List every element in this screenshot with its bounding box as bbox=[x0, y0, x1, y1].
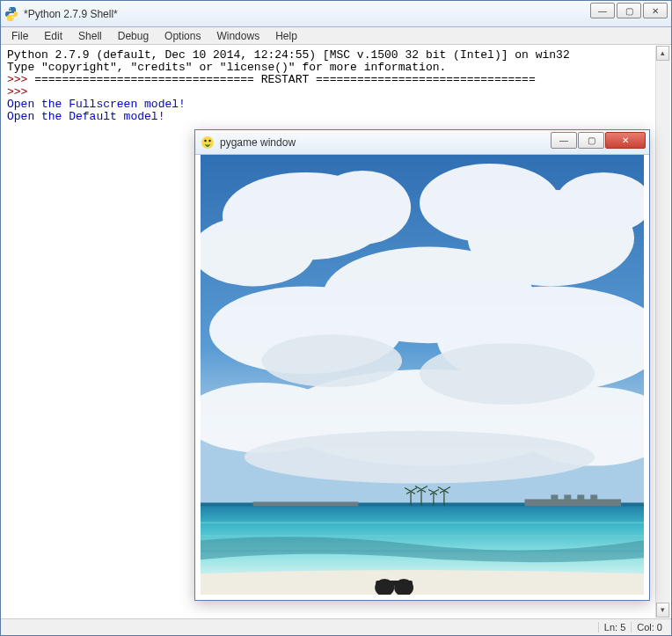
pygame-window-controls: — ▢ ✕ bbox=[551, 132, 646, 149]
vertical-scrollbar[interactable]: ▴ ▾ bbox=[655, 46, 670, 618]
menu-shell[interactable]: Shell bbox=[71, 28, 109, 44]
minimize-button[interactable]: — bbox=[590, 3, 615, 18]
svg-point-19 bbox=[420, 343, 595, 405]
svg-rect-39 bbox=[376, 581, 413, 586]
scroll-up-icon[interactable]: ▴ bbox=[656, 46, 669, 61]
menu-file[interactable]: File bbox=[4, 28, 35, 44]
statusbar: Ln: 5 Col: 0 bbox=[1, 618, 671, 635]
svg-point-8 bbox=[314, 171, 411, 245]
main-titlebar[interactable]: *Python 2.7.9 Shell* — ▢ ✕ bbox=[1, 1, 671, 27]
svg-rect-25 bbox=[551, 494, 558, 500]
restart-banner: ================================ RESTART… bbox=[34, 73, 536, 86]
beach-image bbox=[201, 155, 644, 595]
svg-rect-26 bbox=[564, 494, 571, 500]
svg-point-18 bbox=[262, 334, 402, 387]
prompt-1: >>> bbox=[7, 73, 34, 86]
pygame-title-text: pygame window bbox=[220, 136, 296, 149]
svg-rect-28 bbox=[590, 494, 597, 500]
svg-point-4 bbox=[208, 139, 210, 141]
version-line: Python 2.7.9 (default, Dec 10 2014, 12:2… bbox=[7, 48, 570, 62]
svg-point-3 bbox=[204, 139, 206, 141]
pygame-minimize-button[interactable]: — bbox=[551, 132, 577, 149]
svg-point-0 bbox=[10, 8, 11, 9]
close-button[interactable]: ✕ bbox=[643, 3, 668, 18]
svg-point-1 bbox=[12, 18, 13, 19]
info-line: Type "copyright", "credits" or "license(… bbox=[7, 61, 446, 74]
svg-rect-24 bbox=[525, 499, 622, 506]
output-line-1: Open the Fullscreen model! bbox=[7, 98, 186, 111]
status-col: Col: 0 bbox=[631, 622, 668, 632]
maximize-button[interactable]: ▢ bbox=[617, 3, 641, 18]
svg-rect-23 bbox=[253, 501, 359, 506]
output-line-2: Open the Default model! bbox=[7, 110, 164, 123]
menu-debug[interactable]: Debug bbox=[111, 28, 156, 44]
menu-edit[interactable]: Edit bbox=[37, 28, 69, 44]
python-shell-window: *Python 2.7.9 Shell* — ▢ ✕ File Edit She… bbox=[0, 0, 672, 636]
pygame-titlebar[interactable]: pygame window — ▢ ✕ bbox=[195, 130, 649, 155]
pygame-maximize-button[interactable]: ▢ bbox=[578, 132, 604, 149]
menu-windows[interactable]: Windows bbox=[209, 28, 267, 44]
main-title-text: *Python 2.7.9 Shell* bbox=[24, 8, 118, 20]
pygame-window[interactable]: pygame window — ▢ ✕ bbox=[194, 129, 650, 601]
prompt-2: >>> bbox=[7, 85, 34, 99]
pygame-close-button[interactable]: ✕ bbox=[605, 132, 646, 149]
pygame-icon bbox=[201, 135, 215, 150]
scroll-down-icon[interactable]: ▾ bbox=[656, 603, 669, 618]
menu-options[interactable]: Options bbox=[157, 28, 208, 44]
svg-rect-27 bbox=[577, 494, 584, 500]
svg-point-20 bbox=[245, 431, 595, 484]
pygame-canvas bbox=[201, 155, 644, 595]
status-line: Ln: 5 bbox=[598, 622, 631, 632]
menu-help[interactable]: Help bbox=[268, 28, 304, 44]
python-icon bbox=[4, 7, 18, 21]
main-window-controls: — ▢ ✕ bbox=[590, 3, 668, 18]
menubar: File Edit Shell Debug Options Windows He… bbox=[1, 27, 671, 45]
